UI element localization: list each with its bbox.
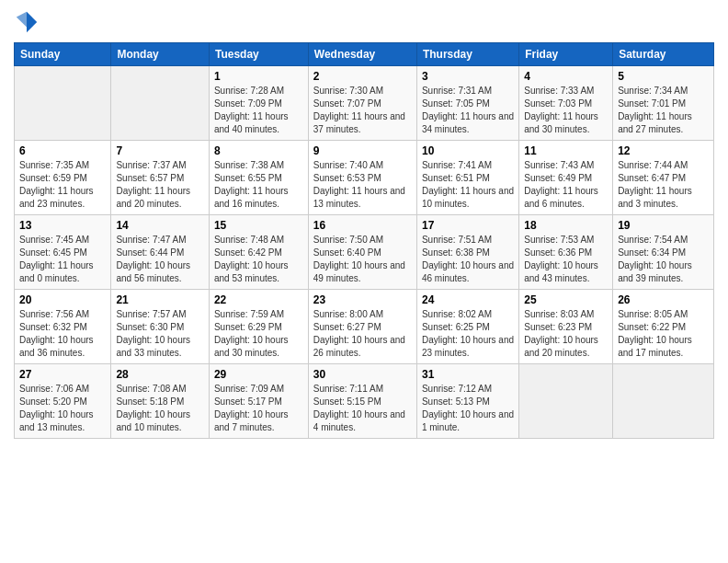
calendar-cell: 16Sunrise: 7:50 AM Sunset: 6:40 PM Dayli… [308,215,416,290]
day-number: 13 [19,219,106,232]
weekday-row: SundayMondayTuesdayWednesdayThursdayFrid… [15,43,714,66]
calendar-cell [519,364,613,439]
day-info: Sunrise: 7:56 AM Sunset: 6:32 PM Dayligh… [19,308,106,360]
svg-marker-0 [27,12,37,32]
calendar-cell: 8Sunrise: 7:38 AM Sunset: 6:55 PM Daylig… [209,141,308,215]
day-info: Sunrise: 7:48 AM Sunset: 6:42 PM Dayligh… [214,234,303,285]
day-info: Sunrise: 7:31 AM Sunset: 7:05 PM Dayligh… [422,85,514,136]
svg-marker-1 [17,12,27,28]
day-info: Sunrise: 7:41 AM Sunset: 6:51 PM Dayligh… [422,159,514,211]
calendar-cell: 24Sunrise: 8:02 AM Sunset: 6:25 PM Dayli… [416,290,518,364]
day-number: 11 [524,144,608,157]
calendar-cell: 25Sunrise: 8:03 AM Sunset: 6:23 PM Dayli… [519,290,613,364]
day-number: 29 [214,368,303,381]
day-number: 14 [116,219,204,232]
day-info: Sunrise: 7:08 AM Sunset: 5:18 PM Dayligh… [116,383,204,434]
calendar-cell: 5Sunrise: 7:34 AM Sunset: 7:01 PM Daylig… [613,66,714,141]
weekday-header-monday: Monday [111,43,210,66]
weekday-header-thursday: Thursday [416,43,518,66]
day-info: Sunrise: 8:00 AM Sunset: 6:27 PM Dayligh… [313,308,412,360]
day-number: 23 [313,293,412,306]
day-info: Sunrise: 7:38 AM Sunset: 6:55 PM Dayligh… [214,159,303,211]
calendar-cell: 21Sunrise: 7:57 AM Sunset: 6:30 PM Dayli… [111,290,210,364]
calendar-cell: 17Sunrise: 7:51 AM Sunset: 6:38 PM Dayli… [416,215,518,290]
day-info: Sunrise: 8:02 AM Sunset: 6:25 PM Dayligh… [422,308,514,360]
day-number: 5 [618,70,709,83]
day-number: 24 [422,293,514,306]
weekday-header-wednesday: Wednesday [308,43,416,66]
day-info: Sunrise: 7:35 AM Sunset: 6:59 PM Dayligh… [19,159,106,211]
day-number: 27 [19,368,106,381]
day-number: 4 [524,70,608,83]
weekday-header-tuesday: Tuesday [209,43,308,66]
day-info: Sunrise: 7:30 AM Sunset: 7:07 PM Dayligh… [313,85,412,136]
day-info: Sunrise: 8:05 AM Sunset: 6:22 PM Dayligh… [618,308,709,360]
day-number: 30 [313,368,412,381]
day-number: 6 [19,144,106,157]
weekday-header-saturday: Saturday [613,43,714,66]
day-number: 15 [214,219,303,232]
day-info: Sunrise: 7:40 AM Sunset: 6:53 PM Dayligh… [313,159,412,211]
day-info: Sunrise: 7:57 AM Sunset: 6:30 PM Dayligh… [116,308,204,360]
page: SundayMondayTuesdayWednesdayThursdayFrid… [0,0,728,453]
day-number: 20 [19,293,106,306]
day-number: 10 [422,144,514,157]
calendar-cell: 23Sunrise: 8:00 AM Sunset: 6:27 PM Dayli… [308,290,416,364]
calendar-cell: 20Sunrise: 7:56 AM Sunset: 6:32 PM Dayli… [15,290,111,364]
calendar-cell [15,66,111,141]
calendar-cell: 3Sunrise: 7:31 AM Sunset: 7:05 PM Daylig… [416,66,518,141]
day-info: Sunrise: 7:54 AM Sunset: 6:34 PM Dayligh… [618,234,709,285]
day-info: Sunrise: 7:44 AM Sunset: 6:47 PM Dayligh… [618,159,709,211]
weekday-header-friday: Friday [519,43,613,66]
day-number: 28 [116,368,204,381]
day-info: Sunrise: 7:47 AM Sunset: 6:44 PM Dayligh… [116,234,204,285]
day-number: 19 [618,219,709,232]
day-info: Sunrise: 7:45 AM Sunset: 6:45 PM Dayligh… [19,234,106,285]
calendar-cell: 29Sunrise: 7:09 AM Sunset: 5:17 PM Dayli… [209,364,308,439]
logo-icon [14,9,40,35]
calendar-cell: 4Sunrise: 7:33 AM Sunset: 7:03 PM Daylig… [519,66,613,141]
day-info: Sunrise: 7:34 AM Sunset: 7:01 PM Dayligh… [618,85,709,136]
day-number: 18 [524,219,608,232]
day-info: Sunrise: 7:06 AM Sunset: 5:20 PM Dayligh… [19,383,106,434]
day-info: Sunrise: 7:53 AM Sunset: 6:36 PM Dayligh… [524,234,608,285]
day-number: 26 [618,293,709,306]
calendar-cell: 7Sunrise: 7:37 AM Sunset: 6:57 PM Daylig… [111,141,210,215]
day-number: 9 [313,144,412,157]
day-number: 8 [214,144,303,157]
day-info: Sunrise: 7:37 AM Sunset: 6:57 PM Dayligh… [116,159,204,211]
day-number: 22 [214,293,303,306]
day-info: Sunrise: 7:28 AM Sunset: 7:09 PM Dayligh… [214,85,303,136]
calendar-cell: 27Sunrise: 7:06 AM Sunset: 5:20 PM Dayli… [15,364,111,439]
calendar-week-2: 6Sunrise: 7:35 AM Sunset: 6:59 PM Daylig… [15,141,714,215]
calendar-cell [111,66,210,141]
calendar-cell: 2Sunrise: 7:30 AM Sunset: 7:07 PM Daylig… [308,66,416,141]
day-info: Sunrise: 7:11 AM Sunset: 5:15 PM Dayligh… [313,383,412,434]
calendar-cell: 19Sunrise: 7:54 AM Sunset: 6:34 PM Dayli… [613,215,714,290]
day-number: 16 [313,219,412,232]
logo [14,9,43,35]
day-number: 3 [422,70,514,83]
calendar-cell: 1Sunrise: 7:28 AM Sunset: 7:09 PM Daylig… [209,66,308,141]
calendar-cell: 18Sunrise: 7:53 AM Sunset: 6:36 PM Dayli… [519,215,613,290]
day-number: 25 [524,293,608,306]
calendar-cell: 28Sunrise: 7:08 AM Sunset: 5:18 PM Dayli… [111,364,210,439]
day-info: Sunrise: 7:43 AM Sunset: 6:49 PM Dayligh… [524,159,608,211]
calendar-cell: 15Sunrise: 7:48 AM Sunset: 6:42 PM Dayli… [209,215,308,290]
day-info: Sunrise: 7:33 AM Sunset: 7:03 PM Dayligh… [524,85,608,136]
weekday-header-sunday: Sunday [15,43,111,66]
calendar-cell: 9Sunrise: 7:40 AM Sunset: 6:53 PM Daylig… [308,141,416,215]
calendar-body: 1Sunrise: 7:28 AM Sunset: 7:09 PM Daylig… [15,66,714,439]
calendar-cell: 30Sunrise: 7:11 AM Sunset: 5:15 PM Dayli… [308,364,416,439]
day-info: Sunrise: 7:51 AM Sunset: 6:38 PM Dayligh… [422,234,514,285]
calendar-header: SundayMondayTuesdayWednesdayThursdayFrid… [15,43,714,66]
day-number: 12 [618,144,709,157]
day-number: 17 [422,219,514,232]
calendar-table: SundayMondayTuesdayWednesdayThursdayFrid… [14,42,714,439]
calendar-week-3: 13Sunrise: 7:45 AM Sunset: 6:45 PM Dayli… [15,215,714,290]
day-info: Sunrise: 7:09 AM Sunset: 5:17 PM Dayligh… [214,383,303,434]
calendar-cell: 10Sunrise: 7:41 AM Sunset: 6:51 PM Dayli… [416,141,518,215]
day-number: 21 [116,293,204,306]
calendar-cell: 13Sunrise: 7:45 AM Sunset: 6:45 PM Dayli… [15,215,111,290]
day-number: 7 [116,144,204,157]
